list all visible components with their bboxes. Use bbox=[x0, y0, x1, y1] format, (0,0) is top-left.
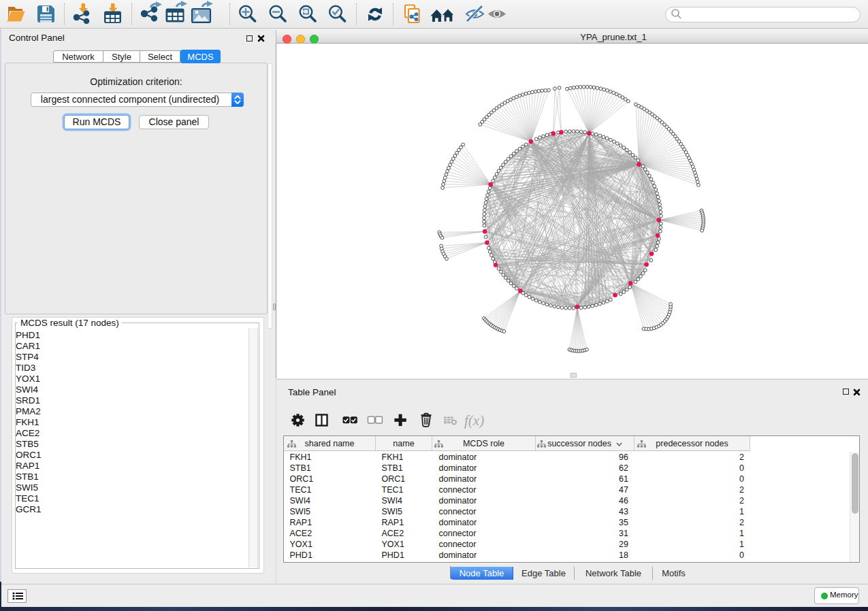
svg-text:f(x): f(x) bbox=[464, 412, 484, 429]
